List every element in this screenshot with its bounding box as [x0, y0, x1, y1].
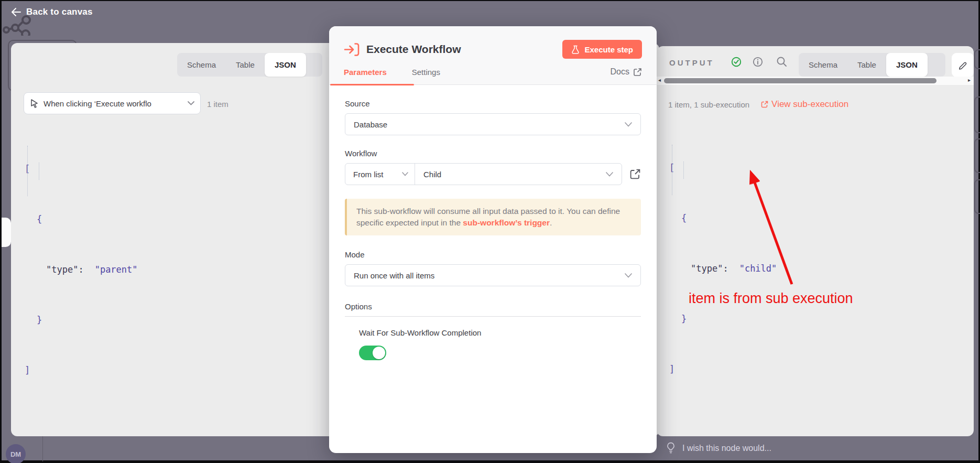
scrollbar-thumb[interactable] — [664, 78, 937, 83]
workflow-select[interactable]: Child — [415, 164, 622, 185]
tab-json[interactable]: JSON — [886, 53, 928, 77]
json-value: "parent" — [95, 264, 138, 275]
pencil-icon — [958, 60, 968, 70]
json-indent-guide — [672, 145, 672, 195]
sub-workflow-trigger-link[interactable]: sub-workflow’s trigger — [463, 218, 550, 227]
json-brace: } — [37, 315, 42, 325]
input-node-selector[interactable]: When clicking ‘Execute workflo — [24, 92, 201, 114]
scroll-right-arrow[interactable]: ▸ — [968, 77, 971, 83]
node-feedback-label: I wish this node would... — [682, 444, 771, 453]
search-icon[interactable] — [776, 56, 788, 68]
execute-workflow-node-icon — [344, 42, 360, 57]
edit-output-button[interactable] — [952, 53, 974, 77]
toggle-knob — [373, 347, 385, 359]
arrow-left-icon — [11, 8, 21, 16]
external-link-icon — [633, 68, 642, 77]
json-indent-guide — [683, 161, 684, 179]
wait-option-toggle[interactable] — [359, 346, 386, 360]
source-label: Source — [345, 99, 641, 108]
canvas-dark-overlay: Back to canvas INPUT Schema Table JSON W… — [2, 1, 978, 460]
json-key: "type": — [691, 263, 728, 274]
json-bracket: ] — [25, 365, 30, 375]
json-value: "child" — [739, 263, 777, 274]
lightbulb-icon — [666, 442, 676, 455]
source-field: Source Database — [345, 99, 641, 135]
node-feedback-button[interactable]: I wish this node would... — [666, 442, 771, 455]
info-icon[interactable] — [753, 57, 763, 67]
modal-header: Execute Workflow Execute step Parameters… — [329, 26, 657, 85]
success-check-icon — [731, 57, 742, 67]
mode-select[interactable]: Run once with all items — [345, 264, 641, 286]
scroll-left-arrow[interactable]: ◂ — [658, 77, 661, 83]
json-bracket: ] — [669, 364, 674, 374]
sub-workflow-notice: This sub-workflow will consume all input… — [345, 199, 641, 235]
mode-select-value: Run once with all items — [354, 271, 434, 280]
workflow-select-value: Child — [423, 170, 441, 179]
flask-icon — [571, 45, 580, 54]
execute-workflow-node-modal: Execute Workflow Execute step Parameters… — [329, 26, 657, 453]
cursor-pointer-icon — [30, 99, 39, 108]
output-view-tabs: Schema Table JSON — [799, 53, 945, 77]
output-panel-title: OUTPUT — [669, 58, 714, 67]
background-grid-line — [42, 433, 43, 461]
output-json-viewer: [ { "type":"child" } ] — [669, 126, 777, 411]
chevron-down-icon — [625, 273, 632, 278]
background-shape — [974, 138, 980, 173]
output-meta-row: 1 item, 1 sub-execution View sub-executi… — [657, 99, 974, 110]
mode-label: Mode — [345, 250, 641, 259]
output-panel: OUTPUT Schema Table JSON ◂ ▸ 1 item, 1 s… — [657, 46, 974, 436]
json-indent-guide — [39, 163, 39, 180]
tab-table[interactable]: Table — [226, 53, 265, 77]
view-sub-execution-label: View sub-execution — [771, 99, 848, 110]
chevron-down-icon — [188, 101, 194, 105]
source-select[interactable]: Database — [345, 113, 641, 135]
tab-settings[interactable]: Settings — [412, 68, 440, 84]
background-shape — [974, 179, 980, 214]
input-json-viewer: [ { "type":"parent" } ] — [25, 127, 138, 412]
tab-schema[interactable]: Schema — [177, 53, 226, 77]
workflow-source-value: From list — [353, 170, 384, 179]
tab-schema[interactable]: Schema — [799, 53, 847, 77]
horizontal-scrollbar: ◂ ▸ — [657, 77, 974, 85]
chevron-down-icon — [625, 122, 632, 127]
background-shape — [974, 96, 980, 133]
wait-option-field: Wait For Sub-Workflow Completion — [359, 328, 641, 360]
docs-link[interactable]: Docs — [611, 67, 642, 84]
back-to-canvas-label: Back to canvas — [26, 7, 93, 17]
execute-step-button[interactable]: Execute step — [562, 40, 642, 59]
output-items-count: 1 item, 1 sub-execution — [668, 100, 749, 109]
background-shape — [974, 49, 980, 69]
view-sub-execution-link[interactable]: View sub-execution — [761, 99, 848, 110]
chevron-down-icon — [402, 172, 408, 176]
wait-option-label: Wait For Sub-Workflow Completion — [359, 328, 641, 337]
workflow-label: Workflow — [345, 149, 641, 158]
workflow-field: Workflow From list Child — [345, 149, 641, 185]
input-items-count: 1 item — [207, 100, 228, 109]
json-brace: { — [681, 213, 687, 223]
open-workflow-icon[interactable] — [629, 168, 641, 180]
json-brace: } — [681, 314, 687, 324]
notice-suffix: . — [550, 218, 552, 227]
source-select-value: Database — [354, 120, 387, 129]
modal-body: Source Database Workflow From list — [329, 85, 657, 374]
ndv-screen: Back to canvas INPUT Schema Table JSON W… — [0, 0, 980, 463]
tab-table[interactable]: Table — [847, 53, 886, 77]
tab-json[interactable]: JSON — [265, 53, 306, 77]
chevron-down-icon — [606, 172, 613, 177]
avatar[interactable]: DM — [6, 444, 26, 463]
mode-field: Mode Run once with all items — [345, 250, 641, 286]
json-key: "type": — [46, 264, 84, 275]
tab-parameters[interactable]: Parameters — [344, 68, 387, 84]
options-section: Options Wait For Sub-Workflow Completion — [345, 302, 641, 360]
options-label: Options — [345, 302, 641, 317]
modal-title: Execute Workflow — [366, 43, 461, 56]
docs-label: Docs — [611, 67, 629, 77]
execute-step-label: Execute step — [584, 45, 633, 54]
back-to-canvas-button[interactable]: Back to canvas — [11, 7, 93, 17]
json-indent-guide — [27, 146, 28, 196]
workflow-source-select[interactable]: From list — [345, 164, 415, 185]
panel-drag-handle[interactable] — [2, 218, 11, 247]
active-tab-underline — [330, 84, 414, 85]
json-brace: { — [37, 214, 42, 224]
input-node-selector-value: When clicking ‘Execute workflo — [43, 99, 183, 108]
